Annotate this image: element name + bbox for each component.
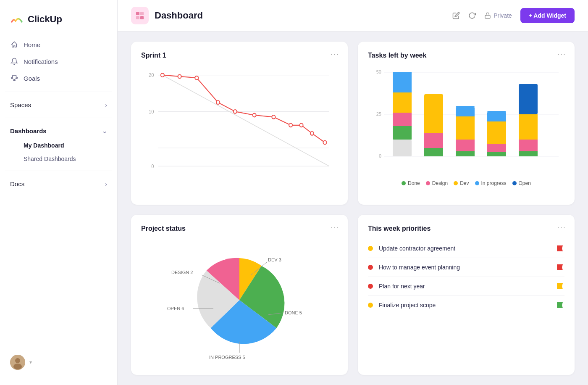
refresh-icon (468, 12, 476, 19)
svg-rect-76 (557, 283, 558, 289)
clickup-logo-icon (10, 13, 24, 26)
legend-dev: Dev (454, 180, 469, 186)
svg-rect-56 (487, 111, 506, 113)
svg-rect-54 (456, 154, 475, 156)
main-content: Dashboard Private + Add Widget Sprint 1 … (118, 0, 588, 385)
add-widget-button[interactable]: + Add Widget (520, 8, 575, 23)
dashboard-content: Sprint 1 ··· 20 10 0 (118, 32, 588, 385)
priority-item-1[interactable]: How to manage event planning (368, 258, 564, 277)
svg-rect-64 (519, 84, 538, 86)
sidebar-item-docs[interactable]: Docs › (5, 176, 112, 192)
dashboards-label: Dashboards (10, 127, 47, 134)
svg-rect-75 (557, 264, 558, 270)
dashboard-header-icon (131, 7, 149, 24)
pie-label-done: DONE 5 (285, 310, 302, 315)
sidebar-item-spaces[interactable]: Spaces › (5, 97, 112, 113)
avatar (10, 355, 25, 370)
svg-rect-38 (393, 92, 412, 113)
priority-dot-1 (368, 265, 373, 270)
priority-text-3: Finalize project scope (379, 302, 551, 309)
svg-text:20: 20 (149, 73, 154, 78)
svg-point-18 (161, 73, 164, 77)
svg-rect-39 (393, 72, 412, 92)
spaces-label: Spaces (10, 101, 31, 108)
svg-rect-37 (393, 113, 412, 126)
svg-rect-6 (140, 12, 144, 15)
priority-item-0[interactable]: Update contractor agreement (368, 239, 564, 258)
sidebar-item-notifications[interactable]: Notifications (5, 53, 112, 70)
svg-text:0: 0 (379, 153, 381, 158)
header: Dashboard Private + Add Widget (118, 0, 588, 32)
header-left: Dashboard (131, 7, 203, 24)
priority-item-2[interactable]: Plan for next year (368, 277, 564, 296)
legend-done-dot (402, 181, 406, 185)
docs-label: Docs (10, 180, 24, 187)
svg-rect-36 (393, 126, 412, 140)
sidebar-item-my-dashboard[interactable]: My Dashboard (5, 139, 112, 152)
svg-rect-8 (140, 16, 144, 19)
docs-chevron: › (105, 181, 107, 187)
svg-point-24 (272, 115, 275, 119)
page-title: Dashboard (155, 10, 203, 21)
sprint-chart-svg: 20 10 0 (141, 66, 338, 175)
legend-done-label: Done (408, 180, 420, 186)
svg-rect-61 (487, 154, 506, 156)
sidebar-item-shared-dashboards[interactable]: Shared Dashboards (5, 152, 112, 166)
nav-divider-1 (5, 92, 112, 92)
sidebar-item-dashboards[interactable]: Dashboards ⌄ (5, 123, 112, 139)
project-status-menu[interactable]: ··· (331, 223, 339, 232)
project-status-title: Project status (141, 225, 338, 232)
sprint-card-title: Sprint 1 (141, 52, 338, 59)
nav-divider-2 (5, 118, 112, 118)
bar-chart-legend: Done Design Dev In progress Open (368, 180, 564, 186)
svg-rect-47 (424, 154, 443, 156)
edit-button[interactable] (452, 12, 460, 19)
svg-rect-74 (557, 245, 558, 251)
svg-rect-7 (136, 16, 139, 19)
svg-rect-35 (393, 140, 412, 156)
svg-text:25: 25 (376, 111, 381, 116)
sprint-card-menu[interactable]: ··· (331, 50, 339, 59)
logo[interactable]: ClickUp (0, 8, 117, 36)
user-profile[interactable]: ▾ (0, 348, 117, 377)
home-icon (10, 40, 18, 49)
priority-dot-0 (368, 246, 373, 251)
visibility-toggle[interactable]: Private (484, 12, 512, 19)
svg-point-27 (310, 132, 314, 135)
svg-text:50: 50 (376, 69, 381, 74)
tasks-card: Tasks left by week ··· 50 25 0 (358, 42, 575, 205)
priority-flag-2 (557, 283, 564, 289)
sidebar-item-home[interactable]: Home (5, 36, 112, 53)
svg-rect-68 (519, 154, 538, 156)
svg-point-22 (234, 110, 237, 113)
refresh-button[interactable] (468, 12, 476, 19)
bar-chart-svg: 50 25 0 (368, 66, 564, 175)
pie-label-dev: DEV 3 (268, 257, 281, 262)
legend-design-dot (426, 181, 430, 185)
priority-flag-1 (557, 264, 564, 270)
priority-text-0: Update contractor agreement (379, 245, 551, 252)
priority-item-3[interactable]: Finalize project scope (368, 296, 564, 314)
svg-point-19 (178, 75, 181, 79)
svg-rect-66 (519, 140, 538, 151)
legend-inprogress-dot (475, 181, 479, 185)
priority-text-1: How to manage event planning (379, 264, 551, 271)
svg-point-23 (253, 113, 256, 117)
priorities-menu[interactable]: ··· (557, 223, 566, 232)
svg-rect-40 (393, 72, 412, 74)
bell-icon (10, 57, 18, 66)
tasks-card-title: Tasks left by week (368, 52, 564, 59)
priority-dot-2 (368, 284, 373, 289)
user-chevron: ▾ (29, 359, 32, 365)
grid-icon (135, 11, 145, 21)
sidebar-item-goals-label: Goals (24, 75, 40, 82)
svg-rect-57 (487, 113, 506, 121)
app-name: ClickUp (28, 14, 62, 25)
svg-rect-5 (136, 12, 139, 15)
tasks-card-menu[interactable]: ··· (557, 50, 566, 59)
svg-point-20 (195, 76, 198, 80)
legend-dev-dot (454, 181, 458, 185)
sidebar-item-goals[interactable]: Goals (5, 70, 112, 87)
svg-point-26 (299, 124, 303, 127)
legend-design: Design (426, 180, 448, 186)
